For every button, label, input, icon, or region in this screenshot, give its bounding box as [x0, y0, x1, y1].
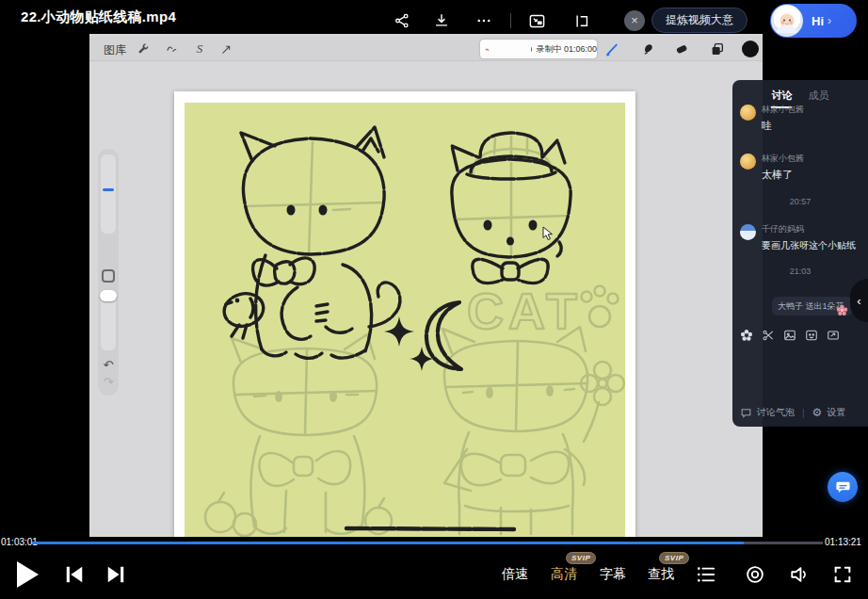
chat-username: 林家小包酱 — [762, 154, 804, 164]
chat-message: 千仔的妈妈 要画几张呀这个小贴纸 — [740, 224, 856, 251]
quality-button[interactable]: 高清 — [551, 566, 577, 583]
chat-text: 哇 — [762, 120, 804, 132]
drawing-canvas[interactable]: CAT — [174, 91, 635, 537]
chat-text: 太棒了 — [762, 169, 804, 181]
active-color-swatch[interactable] — [742, 40, 759, 57]
chat-message: 林家小包酱 太棒了 — [740, 154, 804, 181]
gift-text: 大鸭子 送出1朵花 — [778, 301, 844, 311]
brush-tool-icon[interactable] — [603, 40, 620, 57]
selection-tool-icon[interactable]: S — [191, 40, 208, 57]
clip-scissors-icon[interactable] — [762, 329, 775, 342]
subtitles-button[interactable]: 字幕 — [600, 566, 626, 583]
svg-text:CAT: CAT — [467, 283, 582, 339]
mouse-cursor — [542, 226, 554, 245]
share-icon[interactable] — [392, 10, 412, 31]
image-icon[interactable] — [783, 329, 796, 342]
chat-timestamp: 21:03 — [732, 267, 868, 276]
close-icon[interactable]: × — [624, 10, 645, 31]
cat-sticker-artwork: CAT — [185, 103, 625, 537]
chat-message: 林家小包酱 哇 — [740, 105, 804, 132]
gift-message: 大鸭子 送出1朵花 — [772, 297, 853, 316]
playlist-icon[interactable] — [695, 564, 717, 585]
redo-button[interactable]: ↷ — [98, 375, 119, 389]
next-video-button[interactable] — [104, 563, 128, 586]
chat-username: 林家小包酱 — [762, 105, 804, 115]
total-time: 01:13:21 — [825, 537, 861, 547]
more-icon[interactable] — [474, 10, 494, 31]
gear-icon: ⚙ — [812, 406, 823, 419]
svip-badge[interactable]: SVIP — [659, 552, 689, 564]
paint-app-video: 图库 S — [89, 34, 763, 537]
footer-divider: | — [802, 408, 805, 418]
previous-video-button[interactable] — [62, 563, 87, 586]
brush-opacity-slider[interactable] — [101, 292, 116, 350]
gallery-button[interactable]: 图库 — [104, 42, 126, 58]
wrench-icon[interactable] — [135, 40, 152, 57]
playback-speed-button[interactable]: 倍速 — [502, 566, 528, 583]
panel-collapse-handle[interactable]: ‹ — [850, 279, 868, 322]
picture-in-picture-icon[interactable] — [526, 10, 547, 31]
brush-sidebar: ↶ ↷ — [98, 149, 119, 396]
transform-arrow-icon[interactable] — [217, 40, 234, 57]
search-in-video-button[interactable]: 查找 — [648, 566, 674, 583]
chat-settings-button[interactable]: 设置 — [827, 406, 845, 419]
avatar — [740, 154, 756, 170]
recording-status: 录制中 01:06:00 — [536, 43, 597, 56]
smudge-tool-icon[interactable] — [640, 40, 657, 57]
flower-gift-icon — [836, 304, 848, 319]
floating-chat-button[interactable] — [828, 472, 858, 502]
chat-bubble-icon — [740, 407, 752, 419]
record-target-icon[interactable] — [744, 563, 766, 586]
layers-icon[interactable] — [709, 40, 726, 57]
recording-dot — [531, 47, 533, 52]
progress-bar[interactable] — [32, 542, 823, 544]
summarize-video-button[interactable]: 提炼视频大意 — [651, 8, 747, 33]
chat-action-bar — [740, 329, 844, 342]
paint-toolbar: 图库 S — [89, 36, 763, 61]
account-button[interactable]: Hi › — [770, 4, 857, 38]
chat-timestamp: 20:57 — [732, 197, 868, 206]
account-label: Hi — [812, 14, 824, 28]
brush-size-slider[interactable] — [101, 154, 116, 234]
modify-button[interactable] — [102, 269, 115, 283]
discussion-bubble-toggle[interactable]: 讨论气泡 — [757, 406, 795, 419]
brush-size-marker — [103, 188, 114, 191]
volume-icon[interactable] — [787, 563, 812, 586]
video-title: 22.小动物贴纸线稿.mp4 — [21, 8, 176, 26]
progress-fill — [32, 542, 744, 544]
canvas-paper: CAT — [185, 103, 625, 537]
opacity-slider-thumb[interactable] — [100, 290, 117, 301]
undo-button[interactable]: ↶ — [98, 358, 119, 372]
top-bar: 22.小动物贴纸线稿.mp4 — [0, 0, 868, 34]
sticker-icon[interactable] — [805, 329, 818, 342]
dock-window-icon[interactable] — [571, 10, 591, 31]
avatar — [740, 224, 756, 240]
eraser-tool-icon[interactable] — [673, 40, 690, 57]
tab-members[interactable]: 成员 — [809, 89, 829, 101]
recording-indicator[interactable]: 录制中 01:06:00 — [480, 40, 597, 58]
send-flower-icon[interactable] — [740, 329, 753, 342]
chevron-right-icon: › — [828, 14, 831, 27]
svip-badge[interactable]: SVIP — [566, 552, 596, 564]
download-icon[interactable] — [431, 10, 452, 31]
fullscreen-icon[interactable] — [830, 563, 855, 586]
chat-text: 要画几张呀这个小贴纸 — [762, 239, 856, 251]
chat-panel: 讨论 成员 林家小包酱 哇 林家小包酱 太棒了 20:57 千仔的妈妈 要画几张… — [732, 80, 868, 427]
play-button[interactable] — [13, 559, 41, 590]
chat-footer: 讨论气泡 | ⚙ 设置 — [740, 406, 862, 419]
avatar — [771, 5, 803, 37]
chat-username: 千仔的妈妈 — [762, 224, 856, 235]
share-chat-icon[interactable] — [827, 329, 840, 342]
avatar — [740, 105, 756, 121]
adjustments-wand-icon[interactable] — [163, 40, 180, 57]
video-player-window: 22.小动物贴纸线稿.mp4 — [0, 0, 868, 599]
topbar-divider — [510, 13, 511, 28]
